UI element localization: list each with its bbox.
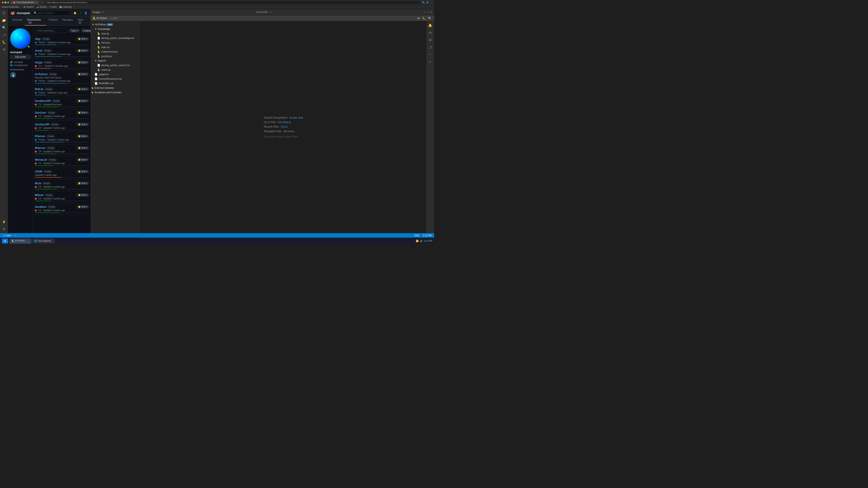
repo-star-button[interactable]: ⭐ Star ▾ [76,193,89,197]
repo-star-button[interactable]: ⭐ Star ▾ [76,73,89,76]
extensions-icon[interactable]: 🔧 [422,1,425,4]
repo-name[interactable]: MIntraLib [35,158,47,162]
type-filter-button[interactable]: Type ▾ [69,29,80,33]
taskbar-pycharm[interactable]: 🐍 AI-Python – … [9,238,31,243]
tree-item[interactable]: ▶External Libraries [91,86,141,90]
repo-star-button[interactable]: ⭐ Star ▾ [76,181,89,185]
tree-item[interactable]: 🐍harry.py [91,40,141,45]
repo-star-button[interactable]: ⭐ Star ▾ [76,170,89,173]
tab-stars[interactable]: Stars 2 [75,17,89,26]
status-branch[interactable]: ⎇ main [2,234,12,237]
database-icon[interactable]: 🗃 [427,29,433,36]
tab-close-icon[interactable]: ✕ [35,1,37,4]
tree-root-folder[interactable]: ▼ AI-Python main [91,22,141,27]
ide-settings-icon[interactable]: ⚙ [1,226,7,232]
search-toolbar-button[interactable]: 🔍 [427,16,432,20]
repo-name[interactable]: AIcpp [35,61,42,64]
tree-item[interactable]: 🐍maze.py [91,67,141,72]
tree-item[interactable]: ▼Knowledge [91,27,141,31]
tree-item[interactable]: ▶Scratches and Consoles [91,90,141,95]
tab-projects[interactable]: Projects [46,17,60,26]
repo-star-button[interactable]: ⭐ Star ▾ [76,135,89,138]
url-bar[interactable]: https://github.com/moovpad?tab=repositor… [45,1,421,4]
minimize-button[interactable] [4,2,6,3]
bookmark-work[interactable]: ✏ work [50,6,57,8]
bookmark-import[interactable]: Import bookmark... [2,6,21,8]
tree-item[interactable]: 📄.gitignore [91,72,141,77]
bookmark-system[interactable]: 🖥 System [23,6,34,8]
repo-name[interactable]: MDesk [35,194,44,197]
repo-star-button[interactable]: ⭐ Star ▾ [76,123,89,126]
notifications-button[interactable]: 🔔 [72,11,78,15]
tree-item[interactable]: 🐍mastermind.py [91,49,141,54]
repo-name[interactable]: RServer [35,135,45,138]
tab-packages[interactable]: Packages [60,17,75,26]
tree-item[interactable]: 🐍logic.py [91,45,141,49]
todo-icon[interactable]: ✓ [427,51,433,57]
tree-item[interactable]: ▼Search [91,58,141,63]
find-repository-input[interactable] [35,28,68,33]
close-button[interactable] [2,2,4,3]
browser-tab[interactable]: 🐙 Your Repositories ✕ [10,0,39,4]
terminal-icon[interactable]: ⊞ [427,37,433,43]
edit-profile-button[interactable]: Edit profile [10,55,31,59]
repo-name[interactable]: GenUser [35,111,46,114]
language-filter-button[interactable]: Language ▾ [81,29,91,33]
repo-star-button[interactable]: ⭐ Star ▾ [76,99,89,103]
tree-item[interactable]: 📄README.md [91,81,141,86]
repo-name[interactable]: Sandbox [35,205,46,208]
repo-star-button[interactable]: ⭐ Star ▾ [76,111,89,114]
repo-star-button[interactable]: ⭐ Star ▾ [76,146,89,150]
tree-item[interactable]: 📄CourseResources.txt [91,77,141,81]
repo-star-button[interactable]: ⭐ Star ▾ [76,87,89,91]
git-panel-icon[interactable]: ⎇ [427,44,433,50]
profile-icon[interactable]: 👤 [426,1,429,4]
plus-button[interactable]: + [79,11,82,15]
repo-star-button[interactable]: ⭐ Star ▾ [76,205,89,208]
tree-item[interactable]: 📄deving_python_search.txt [91,63,141,67]
windows-start-button[interactable]: ⊞ [2,238,8,243]
ide-maximize-icon[interactable]: □ [427,11,429,13]
repo-name[interactable]: JSON [35,170,42,173]
debug-button[interactable]: 🐛 [422,16,427,20]
status-sync-icon: ↕ [13,234,17,237]
repo-name[interactable]: RefLib [35,88,43,91]
tree-item[interactable]: 🐍puzzle.py [91,54,141,58]
taskbar-chrome[interactable]: 🌐 Your Reposit… [32,238,55,243]
status-encoding[interactable]: ENG [413,234,420,237]
github-profile-button[interactable]: 👤 [84,11,88,15]
repo-name[interactable]: SandboxAPI [35,99,51,103]
ide-minimize-icon[interactable]: — [424,11,426,13]
ide-menu-icon[interactable]: ☰ [1,10,7,16]
repo-name[interactable]: GenSecAPI [35,123,50,126]
ide-git-icon[interactable]: ⎇ [1,32,7,38]
repo-star-button[interactable]: ⭐ Star ▾ [76,37,89,40]
maximize-button[interactable] [7,2,9,3]
ide-remote-icon[interactable]: ⚡ [1,219,7,225]
settings-icon[interactable]: ⋮ [430,1,432,4]
ide-close-icon[interactable]: ✕ [430,11,432,13]
repo-name[interactable]: AIpy [35,37,41,40]
ide-extensions-icon[interactable]: ⊞ [1,46,7,53]
github-search-bar[interactable]: 🔍 type / to search [32,10,71,16]
run-button[interactable]: ▶ [417,16,421,20]
bookmark-learning[interactable]: 📚 Learning [59,6,71,8]
problems-icon[interactable]: ⚠ [427,58,433,65]
repo-name[interactable]: MLib [35,182,41,185]
tab-repositories[interactable]: Repositories 41 [25,17,46,26]
tab-overview[interactable]: Overview [10,17,25,26]
repo-star-button[interactable]: ⭐ Star ▾ [76,61,89,64]
new-tab-button[interactable]: + [40,1,44,4]
ide-debug-icon[interactable]: 🐛 [1,39,7,45]
ide-files-icon[interactable]: 📁 [1,17,7,24]
bookmark-socials[interactable]: ☁ Socials [36,6,46,8]
tree-item[interactable]: 🐍clue.py [91,31,141,36]
repo-star-button[interactable]: ⭐ Star ▾ [76,49,89,52]
repo-name[interactable]: MServer [35,146,45,150]
ide-search-icon[interactable]: 🔍 [1,24,7,31]
repo-name[interactable]: AI-Python [35,73,48,76]
repo-star-button[interactable]: ⭐ Star ▾ [76,158,89,162]
tree-item[interactable]: 📄deving_python_knowledge.txt [91,36,141,40]
notifications-panel-icon[interactable]: 🔔 [427,22,433,29]
repo-name[interactable]: AIcsh [35,49,42,52]
